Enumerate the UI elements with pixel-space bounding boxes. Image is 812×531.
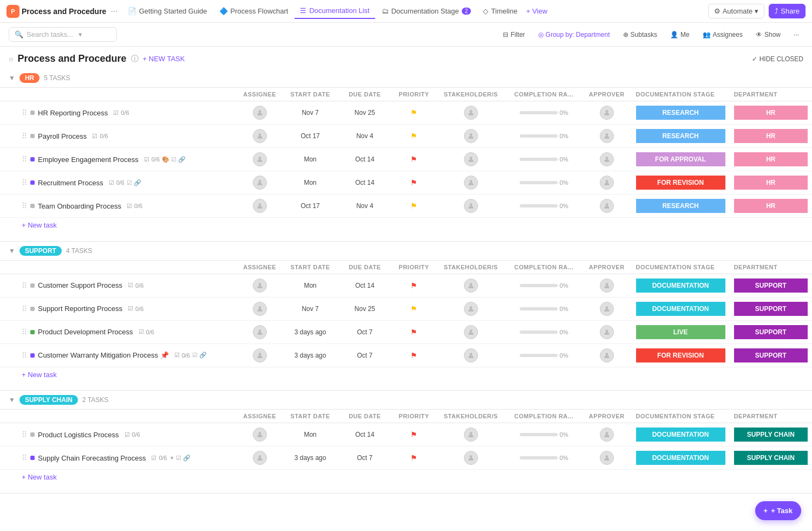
tab-process-flowchart[interactable]: 🔷 Process Flowchart xyxy=(214,4,294,18)
table-row[interactable]: ⠿ Customer Support Process ☑ 0/6 xyxy=(0,274,812,297)
table-row[interactable]: ⠿ Customer Warranty Mitigation Process 📌… xyxy=(0,344,812,367)
drag-handle[interactable]: ⠿ xyxy=(22,178,27,187)
priority-cell: ⚑ xyxy=(392,274,436,297)
new-task-row-supply-chain[interactable]: + New task xyxy=(0,470,812,487)
completion-cell: 0% xyxy=(506,320,582,344)
new-task-row-hr[interactable]: + New task xyxy=(0,218,812,235)
new-task-btn[interactable]: + New task xyxy=(0,367,812,384)
doc-stage-cell: FOR REVISION xyxy=(632,171,730,195)
col-stage-header: DOCUMENTATION STAGE xyxy=(632,88,730,101)
project-header: ○ Process and Procedure ⓘ + NEW TASK ✓ H… xyxy=(0,47,812,69)
task-name[interactable]: Support Reporting Process xyxy=(38,305,122,313)
share-button[interactable]: ⤴ Share xyxy=(769,4,806,18)
col-stakeholder-header: STAKEHOLDER/S xyxy=(436,410,506,423)
more-options-button[interactable]: ··· xyxy=(789,29,803,41)
add-task-fab[interactable]: + + Task xyxy=(755,501,801,520)
search-box[interactable]: 🔍 Search tasks... ▾ xyxy=(9,27,117,42)
svg-point-2 xyxy=(605,110,608,113)
me-button[interactable]: 👤 Me xyxy=(666,29,694,41)
task-meta: ☑ 0/6 xyxy=(139,328,154,335)
table-row[interactable]: ⠿ Team Onboarding Process ☑ 0/6 xyxy=(0,195,812,218)
drag-handle[interactable]: ⠿ xyxy=(22,305,27,313)
group-toggle-hr[interactable]: ▼ xyxy=(9,74,15,82)
drag-handle[interactable]: ⠿ xyxy=(22,328,27,336)
assignees-button[interactable]: 👥 Assignees xyxy=(698,29,747,41)
col-stage-header: DOCUMENTATION STAGE xyxy=(632,410,730,423)
tab-timeline[interactable]: ◇ Timeline xyxy=(477,4,523,18)
task-name[interactable]: Customer Warranty Mitigation Process 📌 xyxy=(38,351,169,359)
task-status-dot xyxy=(30,180,35,185)
new-task-row-support[interactable]: + New task xyxy=(0,367,812,384)
task-name[interactable]: Employee Engagement Process xyxy=(38,156,139,164)
approver-cell xyxy=(582,344,632,367)
task-name[interactable]: Supply Chain Forecasting Process xyxy=(38,454,146,462)
table-row[interactable]: ⠿ Employee Engagement Process ☑ 0/6 🎨 ☑ … xyxy=(0,148,812,171)
task-name[interactable]: HR Reporting Process xyxy=(38,109,108,117)
group-toggle-supply-chain[interactable]: ▼ xyxy=(9,396,15,404)
table-row[interactable]: ⠿ Product Logistics Process ☑ 0/6 xyxy=(0,423,812,446)
toolbar: 🔍 Search tasks... ▾ ⊟ Filter ◎ Group by:… xyxy=(0,23,812,47)
task-name-cell: ⠿ Recruitment Process ☑ 0/6 ☑ 🔗 xyxy=(0,171,237,195)
col-start-header: START DATE xyxy=(283,88,338,101)
tab-documentation-list[interactable]: ☰ Documentation List xyxy=(294,3,375,19)
filter-button[interactable]: ⊟ Filter xyxy=(499,29,529,41)
drag-handle[interactable]: ⠿ xyxy=(22,132,27,140)
group-toggle-support[interactable]: ▼ xyxy=(9,247,15,255)
share-icon: ⤴ xyxy=(775,7,778,15)
due-date-cell: Oct 14 xyxy=(338,171,392,195)
project-collapse-icon[interactable]: ○ xyxy=(9,55,13,63)
drag-handle[interactable]: ⠿ xyxy=(22,202,27,210)
tasks-table: ▼ HR 5 TASKS ASSIGNEE START DATE DUE DAT… xyxy=(0,69,812,494)
project-info-icon[interactable]: ⓘ xyxy=(131,54,139,64)
task-name[interactable]: Payroll Process xyxy=(38,132,87,140)
drag-handle[interactable]: ⠿ xyxy=(22,351,27,360)
assignee-cell xyxy=(237,344,283,367)
department-cell: SUPPLY CHAIN xyxy=(730,446,812,470)
automate-button[interactable]: ⚙ Automate ▾ xyxy=(708,4,765,18)
stakeholder-cell xyxy=(436,446,506,470)
nav-more-dots[interactable]: ··· xyxy=(110,7,117,16)
new-task-btn[interactable]: + New task xyxy=(0,218,812,235)
drag-handle[interactable]: ⠿ xyxy=(22,281,27,290)
table-row[interactable]: ⠿ Product Development Process ☑ 0/6 xyxy=(0,320,812,344)
avatar xyxy=(253,176,267,190)
task-status-dot xyxy=(30,134,35,138)
progress-percent: 0% xyxy=(560,431,568,438)
flowchart-icon: 🔷 xyxy=(219,7,228,15)
assignee-cell xyxy=(237,320,283,344)
table-row[interactable]: ⠿ Recruitment Process ☑ 0/6 ☑ 🔗 xyxy=(0,171,812,195)
table-row[interactable]: ⠿ Supply Chain Forecasting Process ☑ 0/6… xyxy=(0,446,812,470)
group-by-button[interactable]: ◎ Group by: Department xyxy=(534,29,614,41)
doc-stage-cell: RESEARCH xyxy=(632,101,730,125)
completion-cell: 0% xyxy=(506,274,582,297)
tab-getting-started[interactable]: 📄 Getting Started Guide xyxy=(122,4,213,18)
priority-flag: ⚑ xyxy=(410,155,417,164)
due-date-cell: Oct 7 xyxy=(338,320,392,344)
progress-bar xyxy=(520,204,558,208)
task-name[interactable]: Customer Support Process xyxy=(38,281,122,289)
table-row[interactable]: ⠿ Support Reporting Process ☑ 0/6 xyxy=(0,297,812,320)
new-task-link[interactable]: + NEW TASK xyxy=(143,55,185,63)
task-name[interactable]: Product Logistics Process xyxy=(38,431,119,439)
drag-handle[interactable]: ⠿ xyxy=(22,430,27,439)
approver-avatar xyxy=(600,129,614,143)
drag-handle[interactable]: ⠿ xyxy=(22,155,27,164)
svg-point-19 xyxy=(469,306,472,309)
table-row[interactable]: ⠿ Payroll Process ☑ 0/6 Oct 17 xyxy=(0,125,812,148)
view-plus-btn[interactable]: + View xyxy=(526,7,547,15)
drag-handle[interactable]: ⠿ xyxy=(22,108,27,117)
new-task-btn[interactable]: + New task xyxy=(0,470,812,487)
show-button[interactable]: 👁 Show xyxy=(751,29,785,41)
progress-bar xyxy=(520,456,558,459)
table-row[interactable]: ⠿ HR Reporting Process ☑ 0/6 No xyxy=(0,101,812,125)
col-headers-supply-chain: ASSIGNEE START DATE DUE DATE PRIORITY ST… xyxy=(0,410,812,423)
subtasks-button[interactable]: ⊕ Subtasks xyxy=(619,29,662,41)
task-name[interactable]: Team Onboarding Process xyxy=(38,202,121,210)
task-name[interactable]: Recruitment Process xyxy=(38,179,103,187)
svg-point-13 xyxy=(469,203,472,206)
svg-point-8 xyxy=(605,157,608,159)
tab-documentation-stage[interactable]: 🗂 Documentation Stage 2 xyxy=(376,4,477,18)
task-name[interactable]: Product Development Process xyxy=(38,328,133,336)
hide-closed-button[interactable]: ✓ HIDE CLOSED xyxy=(752,55,803,63)
drag-handle[interactable]: ⠿ xyxy=(22,454,27,462)
